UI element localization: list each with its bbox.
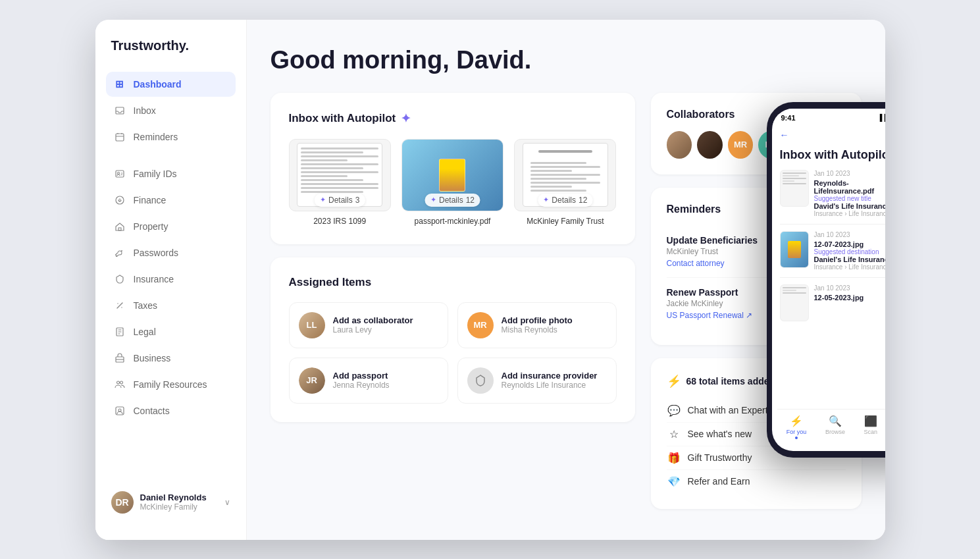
doc-name-trust: McKinley Family Trust bbox=[527, 217, 604, 226]
doc-details-badge-irs[interactable]: ✦ Details 3 bbox=[315, 194, 365, 207]
phone-doc-thumb-1 bbox=[780, 170, 809, 207]
phone-doc-2: Jan 10 2023 12-07-2023.jpg Suggested des… bbox=[780, 231, 885, 278]
dashboard-icon: ⊞ bbox=[114, 78, 126, 90]
gift-icon: 🎁 bbox=[667, 452, 681, 464]
assigned-item-collaborator[interactable]: LL Add as collaborator Laura Levy bbox=[289, 302, 448, 348]
sidebar-item-finance[interactable]: Finance bbox=[106, 188, 236, 213]
doc-name-irs: 2023 IRS 1099 bbox=[313, 217, 366, 226]
assigned-items-grid: LL Add as collaborator Laura Levy MR bbox=[289, 302, 617, 404]
phone-doc-info-1: Jan 10 2023 Reynolds-LifeInsurance.pdf S… bbox=[814, 170, 885, 217]
property-icon bbox=[114, 221, 126, 232]
svg-rect-1 bbox=[116, 171, 124, 177]
jenna-reynolds-avatar: JR bbox=[299, 367, 325, 394]
svg-point-8 bbox=[116, 381, 119, 384]
inbox-icon bbox=[114, 105, 126, 117]
phone-back-button[interactable]: ← bbox=[780, 130, 789, 140]
finance-icon bbox=[114, 194, 126, 206]
legal-icon bbox=[114, 326, 126, 338]
user-profile-footer[interactable]: DR Daniel Reynolds McKinley Family ∨ bbox=[106, 483, 236, 521]
taxes-icon bbox=[114, 300, 126, 311]
assigned-info-profile-photo: Add profile photo Misha Reynolds bbox=[502, 315, 573, 334]
svg-point-11 bbox=[118, 409, 121, 412]
sidebar-item-property[interactable]: Property bbox=[106, 214, 236, 239]
sidebar-item-contacts[interactable]: Contacts bbox=[106, 398, 236, 423]
details-sparkle-icon: ✦ bbox=[320, 196, 326, 204]
phone-nav-bar: ← Select bbox=[780, 124, 885, 146]
phone-content: ← Select Inbox with Autopilot ✦ bbox=[772, 124, 885, 414]
irs-thumbnail[interactable]: ✦ Details 3 bbox=[289, 139, 391, 211]
phone-nav-for-you[interactable]: ⚡ For you bbox=[787, 415, 807, 439]
phone-bottom-nav: ⚡ For you 🔍 Browse ⬛ Scan 👤 Account bbox=[777, 409, 885, 444]
family-ids-icon bbox=[114, 168, 126, 180]
passport-thumbnail[interactable]: ✦ Details 12 bbox=[401, 139, 503, 211]
sidebar-item-family-resources[interactable]: Family Resources bbox=[106, 372, 236, 397]
collab-avatar-1[interactable] bbox=[667, 131, 692, 159]
scan-icon: ⬛ bbox=[864, 415, 877, 427]
sidebar-item-insurance[interactable]: Insurance bbox=[106, 267, 236, 292]
family-resources-icon bbox=[114, 379, 126, 390]
assigned-info-passport: Add passport Jenna Reynolds bbox=[333, 371, 390, 390]
document-item-passport: ✦ Details 12 passport-mckinley.pdf bbox=[401, 139, 503, 226]
sidebar-item-taxes[interactable]: Taxes bbox=[106, 293, 236, 318]
phone-title-bar: Inbox with Autopilot ✦ bbox=[780, 148, 885, 162]
phone-doc-info-2: Jan 10 2023 12-07-2023.jpg Suggested des… bbox=[814, 231, 885, 271]
laura-levy-avatar: LL bbox=[299, 312, 325, 338]
chevron-down-icon: ∨ bbox=[224, 498, 230, 507]
sidebar-item-business[interactable]: Business bbox=[106, 346, 236, 371]
star-icon: ☆ bbox=[667, 428, 681, 440]
trust-thumbnail[interactable]: ✦ Details 12 bbox=[514, 139, 616, 211]
left-column: Inbox with Autopilot ✦ bbox=[271, 93, 635, 509]
assigned-item-insurance[interactable]: Add insurance provider Reynolds Life Ins… bbox=[457, 358, 617, 404]
lightning-icon: ⚡ bbox=[667, 374, 681, 388]
svg-rect-0 bbox=[116, 134, 124, 141]
sidebar-item-legal[interactable]: Legal bbox=[106, 319, 236, 344]
svg-rect-4 bbox=[118, 228, 121, 230]
assigned-info-insurance: Add insurance provider Reynolds Life Ins… bbox=[502, 371, 598, 390]
for-you-icon: ⚡ bbox=[790, 415, 803, 427]
phone-nav-scan[interactable]: ⬛ Scan bbox=[864, 415, 878, 439]
assigned-card-title: Assigned Items bbox=[289, 276, 617, 289]
reminder-title-2: Renew Passport bbox=[667, 287, 738, 298]
contacts-icon bbox=[114, 405, 126, 417]
collab-avatar-2[interactable] bbox=[697, 131, 723, 159]
greeting-heading: Good morning, David. bbox=[271, 46, 862, 74]
reminders-icon bbox=[114, 131, 126, 143]
sidebar-item-reminders[interactable]: Reminders bbox=[106, 124, 236, 149]
phone-nav-browse[interactable]: 🔍 Browse bbox=[825, 415, 845, 439]
sidebar-item-dashboard[interactable]: ⊞ Dashboard bbox=[106, 72, 236, 97]
svg-point-9 bbox=[120, 381, 122, 384]
document-item-trust: ✦ Details 12 McKinley Family Trust bbox=[514, 139, 616, 226]
insurance-icon bbox=[114, 273, 126, 285]
collaborators-title: Collaborators bbox=[667, 109, 735, 120]
phone-doc-3: Jan 10 2023 12-05-2023.jpg ✦ bbox=[780, 284, 885, 328]
diamond-icon: 💎 bbox=[667, 475, 681, 488]
phone-doc-info-3: Jan 10 2023 12-05-2023.jpg bbox=[814, 284, 885, 302]
phone-status-bar: 9:41 ▐▐▐▐ WiFi 🔋 bbox=[772, 109, 885, 124]
sidebar: Trustworthy. ⊞ Dashboard Inbox bbox=[95, 20, 247, 540]
details-sparkle-icon-2: ✦ bbox=[430, 196, 436, 204]
inbox-card-title: Inbox with Autopilot ✦ bbox=[289, 111, 617, 126]
sidebar-item-passwords[interactable]: Passwords bbox=[106, 240, 236, 265]
app-container: Trustworthy. ⊞ Dashboard Inbox bbox=[95, 20, 885, 540]
svg-point-5 bbox=[121, 250, 122, 252]
chat-icon: 💬 bbox=[667, 404, 681, 417]
phone-doc-thumb-2 bbox=[780, 231, 809, 268]
doc-name-passport: passport-mckinley.pdf bbox=[415, 217, 491, 226]
doc-details-badge-passport[interactable]: ✦ Details 12 bbox=[425, 194, 480, 207]
browse-icon: 🔍 bbox=[829, 415, 842, 427]
phone-screen: 9:41 ▐▐▐▐ WiFi 🔋 ← Select Inbo bbox=[772, 109, 885, 451]
details-sparkle-icon-3: ✦ bbox=[543, 196, 549, 204]
autopilot-sparkle-icon: ✦ bbox=[401, 111, 411, 126]
assigned-info-collaborator: Add as collaborator Laura Levy bbox=[333, 315, 413, 334]
passport-photo-placeholder bbox=[439, 159, 465, 192]
assigned-item-passport[interactable]: JR Add passport Jenna Reynolds bbox=[289, 358, 448, 404]
assigned-item-profile-photo[interactable]: MR Add profile photo Misha Reynolds bbox=[457, 302, 617, 348]
doc-details-badge-trust[interactable]: ✦ Details 12 bbox=[538, 194, 592, 207]
reminder-title-1: Update Beneficiaries bbox=[667, 235, 758, 246]
collab-avatar-mr[interactable]: MR bbox=[728, 131, 754, 159]
insurance-avatar bbox=[467, 367, 494, 394]
sidebar-item-family-ids[interactable]: Family IDs bbox=[106, 161, 236, 186]
reminders-title: Reminders bbox=[667, 203, 721, 215]
sidebar-item-inbox[interactable]: Inbox bbox=[106, 98, 236, 123]
refer-earn-link[interactable]: 💎 Refer and Earn bbox=[667, 470, 846, 493]
